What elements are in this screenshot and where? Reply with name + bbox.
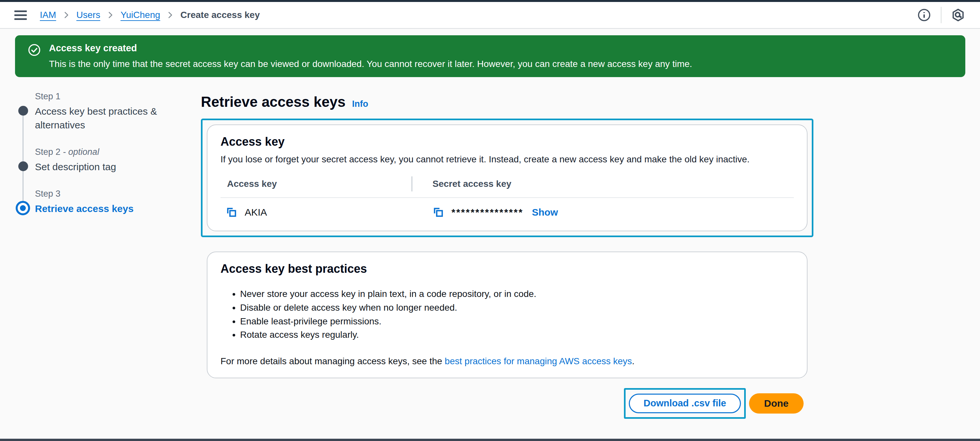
page-title: Retrieve access keys <box>201 94 345 110</box>
amazon-q-icon[interactable] <box>951 8 966 22</box>
step-3-active-dot <box>16 201 30 215</box>
info-link[interactable]: Info <box>352 99 368 109</box>
window-bottom-edge <box>0 439 980 441</box>
access-key-table: Access key Secret access key <box>221 177 794 220</box>
wizard-step-1[interactable]: Step 1 Access key best practices & alter… <box>18 91 187 132</box>
done-button[interactable]: Done <box>749 393 803 414</box>
access-key-cell: AKIA <box>221 207 412 218</box>
step-2-dot <box>18 161 28 171</box>
step-1-kicker: Step 1 <box>35 91 187 102</box>
step-3-kicker: Step 3 <box>35 189 187 199</box>
flashbar-title: Access key created <box>49 43 692 54</box>
list-item: Rotate access keys regularly. <box>240 328 794 342</box>
column-header-secret-key: Secret access key <box>412 179 511 189</box>
best-practices-footer: For more details about managing access k… <box>221 356 794 366</box>
step-2-label: Set description tag <box>35 160 172 174</box>
access-key-value: AKIA <box>245 207 267 218</box>
column-header-access-key: Access key <box>221 179 412 189</box>
access-key-card: Access key If you lose or forget your se… <box>207 124 808 232</box>
step-1-label: Access key best practices & alternatives <box>35 105 172 132</box>
secret-key-masked-value: *************** <box>452 207 523 218</box>
success-flashbar: Access key created This is the only time… <box>15 35 965 77</box>
list-item: Disable or delete access key when no lon… <box>240 301 794 315</box>
wizard-step-3[interactable]: Step 3 Retrieve access keys <box>18 189 187 216</box>
copy-icon[interactable] <box>226 207 237 218</box>
chevron-right-icon <box>167 11 174 19</box>
step-2-kicker: Step 2 - optional <box>35 147 187 157</box>
best-practices-card: Access key best practices Never store yo… <box>207 252 808 378</box>
content-layout: Step 1 Access key best practices & alter… <box>0 77 980 419</box>
wizard-step-2[interactable]: Step 2 - optional Set description tag <box>18 147 187 174</box>
actions-row: Download .csv file Done <box>201 388 813 419</box>
flashbar-text: Access key created This is the only time… <box>49 43 692 70</box>
breadcrumb-link-users[interactable]: Users <box>76 10 100 20</box>
breadcrumb: IAM Users YuiCheng Create access key <box>40 10 260 20</box>
access-key-card-description: If you lose or forget your secret access… <box>221 153 794 166</box>
access-key-card-title: Access key <box>221 135 794 149</box>
menu-icon[interactable] <box>14 8 27 22</box>
breadcrumb-link-iam[interactable]: IAM <box>40 10 56 20</box>
step-3-label: Retrieve access keys <box>35 202 172 216</box>
topbar-actions <box>916 7 966 23</box>
breadcrumb-link-user[interactable]: YuiCheng <box>121 10 160 20</box>
step-2-optional: - optional <box>63 147 99 157</box>
page-heading-row: Retrieve access keys Info <box>201 94 813 110</box>
flashbar-message: This is the only time that the secret ac… <box>49 58 692 70</box>
info-icon[interactable] <box>916 8 932 22</box>
best-practices-title: Access key best practices <box>221 262 794 276</box>
chevron-right-icon <box>63 11 70 19</box>
download-csv-button[interactable]: Download .csv file <box>629 394 741 413</box>
topbar-divider <box>941 7 942 23</box>
breadcrumb-current: Create access key <box>180 10 260 20</box>
best-practices-link[interactable]: best practices for managing AWS access k… <box>445 356 632 366</box>
check-circle-icon <box>27 43 41 70</box>
selection-highlight-access-key-card: Access key If you lose or forget your se… <box>201 119 813 237</box>
secret-key-cell: *************** Show <box>412 207 558 218</box>
copy-icon[interactable] <box>433 207 444 218</box>
topbar: IAM Users YuiCheng Create access key <box>0 2 980 29</box>
table-row: AKIA *************** Show <box>221 198 794 220</box>
selection-highlight-download-button: Download .csv file <box>624 388 746 419</box>
list-item: Enable least-privilege permissions. <box>240 315 794 328</box>
list-item: Never store your access key in plain tex… <box>240 287 794 301</box>
table-header-row: Access key Secret access key <box>221 177 794 191</box>
show-secret-link[interactable]: Show <box>532 207 558 218</box>
main-panel: Retrieve access keys Info Access key If … <box>201 91 813 419</box>
wizard-steps: Step 1 Access key best practices & alter… <box>0 91 187 419</box>
step-1-dot <box>18 106 28 116</box>
best-practices-list: Never store your access key in plain tex… <box>221 287 794 341</box>
chevron-right-icon <box>107 11 114 19</box>
